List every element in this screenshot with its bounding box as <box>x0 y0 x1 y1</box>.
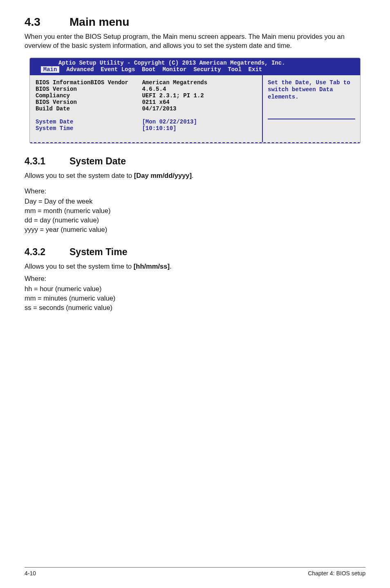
section-heading: 4.3Main menu <box>25 16 365 29</box>
sub2-line: mm = minutes (numeric value) <box>25 294 365 302</box>
bios-row-label: Compliancy <box>36 92 70 99</box>
bios-help-divider <box>268 119 355 129</box>
bios-tab-security[interactable]: Security <box>193 66 221 73</box>
subsection-number: 4.3.2 <box>25 247 69 258</box>
bios-help-text: Set the Date, Use Tab to switch between … <box>268 79 355 101</box>
section-title-text: Main menu <box>69 16 129 28</box>
sub2-desc-bold: [hh/mm/ss] <box>134 263 170 270</box>
bios-row-value: 0211 x64 <box>142 99 169 105</box>
sub1-desc-suffix: . <box>192 172 194 179</box>
bios-editable-value[interactable]: [10:10:10] <box>142 125 176 132</box>
bios-tab-exit[interactable]: Exit <box>249 66 262 73</box>
bios-help-pane: Set the Date, Use Tab to switch between … <box>262 75 360 142</box>
sub1-desc: Allows you to set the system date to [Da… <box>25 171 365 180</box>
bios-screen: Aptio Setup Utility - Copyright (C) 2013… <box>29 58 361 144</box>
bios-row-label: BIOS InformationBIOS Vendor <box>36 79 128 86</box>
subsection-title: System Date <box>69 156 126 166</box>
subsection-heading: 4.3.1System Date <box>25 156 365 167</box>
bios-editable-label[interactable]: System Time <box>36 125 73 132</box>
sub2-line: ss = seconds (numeric value) <box>25 304 365 312</box>
bios-tab-main[interactable]: Main <box>41 66 60 73</box>
subsection-heading: 4.3.2System Time <box>25 247 365 258</box>
bios-row-value: American Megatrends <box>142 79 207 86</box>
bios-tab-tool[interactable]: Tool <box>228 66 242 73</box>
sub1-line: dd = day (numeric value) <box>25 216 365 224</box>
bios-row-label: BIOS Version <box>36 86 77 92</box>
bios-header: Aptio Setup Utility - Copyright (C) 2013… <box>30 58 360 75</box>
bios-row-value: 04/17/2013 <box>142 105 176 112</box>
sub2-desc-suffix: . <box>170 263 172 270</box>
bios-editable-value[interactable]: [Mon 02/22/2013] <box>142 119 197 125</box>
subsection-title: System Time <box>69 247 127 257</box>
bios-left-pane: BIOS InformationBIOS Vendor American Meg… <box>30 75 262 142</box>
sub1-line: mm = month (numeric value) <box>25 207 365 215</box>
bios-tab-bar: Main Advanced Event Logs Boot Monitor Se… <box>34 66 356 73</box>
bios-tab-event-logs[interactable]: Event Logs <box>101 66 135 73</box>
bios-tab-boot[interactable]: Boot <box>142 66 156 73</box>
bios-title-line: Aptio Setup Utility - Copyright (C) 2013… <box>34 60 356 66</box>
chapter-label: Chapter 4: BIOS setup <box>308 570 365 577</box>
bios-body: BIOS InformationBIOS Vendor American Meg… <box>30 75 360 143</box>
page-number: 4-10 <box>25 570 36 577</box>
subsection-number: 4.3.1 <box>25 156 69 167</box>
sub1-desc-bold: [Day mm/dd/yyyy] <box>134 172 192 179</box>
bios-row-label: BIOS Version <box>36 99 77 105</box>
bios-row-label: Build Date <box>36 105 70 112</box>
page-footer: 4-10 Chapter 4: BIOS setup <box>25 567 365 577</box>
bios-tab-monitor[interactable]: Monitor <box>163 66 187 73</box>
sub2-where: Where: <box>25 275 365 283</box>
sub1-desc-prefix: Allows you to set the system date to <box>25 172 134 179</box>
section-number: 4.3 <box>25 16 69 29</box>
intro-paragraph: When you enter the BIOS Setup program, t… <box>25 32 365 50</box>
sub2-line: hh = hour (numeric value) <box>25 285 365 293</box>
bios-editable-label[interactable]: System Date <box>36 119 73 125</box>
bios-row-value: 4.6.5.4 <box>142 86 166 92</box>
bios-tab-advanced[interactable]: Advanced <box>66 66 94 73</box>
sub1-where: Where: <box>25 187 365 195</box>
bios-row-value: UEFI 2.3.1; PI 1.2 <box>142 92 204 99</box>
sub2-desc-prefix: Allows you to set the system time to <box>25 263 134 270</box>
sub1-line: Day = Day of the week <box>25 197 365 205</box>
sub2-desc: Allows you to set the system time to [hh… <box>25 262 365 271</box>
sub1-line: yyyy = year (numeric value) <box>25 226 365 233</box>
